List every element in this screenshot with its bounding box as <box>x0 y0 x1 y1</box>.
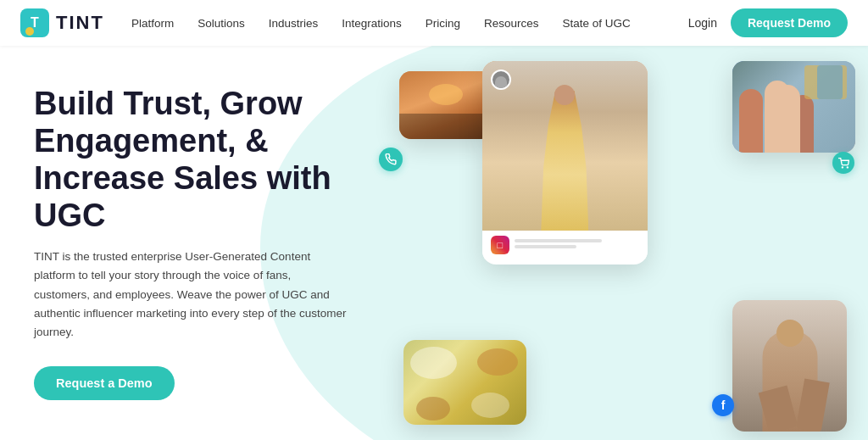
navbar: T TINT Platform Solutions Industries Int… <box>0 0 868 46</box>
logo[interactable]: T TINT <box>20 8 104 37</box>
image-card-person <box>732 300 847 432</box>
nav-pricing[interactable]: Pricing <box>426 17 460 30</box>
phone-icon-badge <box>379 148 403 171</box>
avatar-top <box>491 70 511 90</box>
image-card-food <box>403 340 526 425</box>
request-demo-button[interactable]: Request Demo <box>731 8 848 37</box>
nav-platform[interactable]: Platform <box>131 17 174 30</box>
nav-state-ugc[interactable]: State of UGC <box>563 17 631 30</box>
logo-icon: T <box>20 8 49 37</box>
card-instagram-bottom: □ <box>482 231 648 259</box>
nav-integrations[interactable]: Integrations <box>342 17 402 30</box>
svg-point-1 <box>847 166 848 167</box>
nav-resources[interactable]: Resources <box>484 17 539 30</box>
hero-cta-button[interactable]: Request a Demo <box>34 366 175 400</box>
image-card-group <box>732 61 855 153</box>
facebook-icon-badge: f <box>712 394 734 416</box>
logo-letter: T <box>31 15 39 31</box>
hero-images: □ <box>391 46 868 440</box>
instagram-icon: □ <box>491 236 509 254</box>
nav-industries[interactable]: Industries <box>269 17 319 30</box>
hero-content: Build Trust, Grow Engagement, & Increase… <box>0 69 381 416</box>
hero-description: TINT is the trusted enterprise User-Gene… <box>34 248 348 342</box>
hero-section: Build Trust, Grow Engagement, & Increase… <box>0 46 868 440</box>
instagram-card: □ <box>482 61 648 265</box>
card-text-lines <box>515 239 639 251</box>
cart-icon-badge <box>832 152 854 174</box>
nav-links: Platform Solutions Industries Integratio… <box>131 17 688 30</box>
nav-actions: Login Request Demo <box>688 8 848 37</box>
login-button[interactable]: Login <box>688 16 717 30</box>
nav-solutions[interactable]: Solutions <box>198 17 245 30</box>
hero-title: Build Trust, Grow Engagement, & Increase… <box>34 86 348 234</box>
svg-point-0 <box>842 166 843 167</box>
logo-name: TINT <box>56 12 104 34</box>
image-card-scenic <box>399 71 492 139</box>
